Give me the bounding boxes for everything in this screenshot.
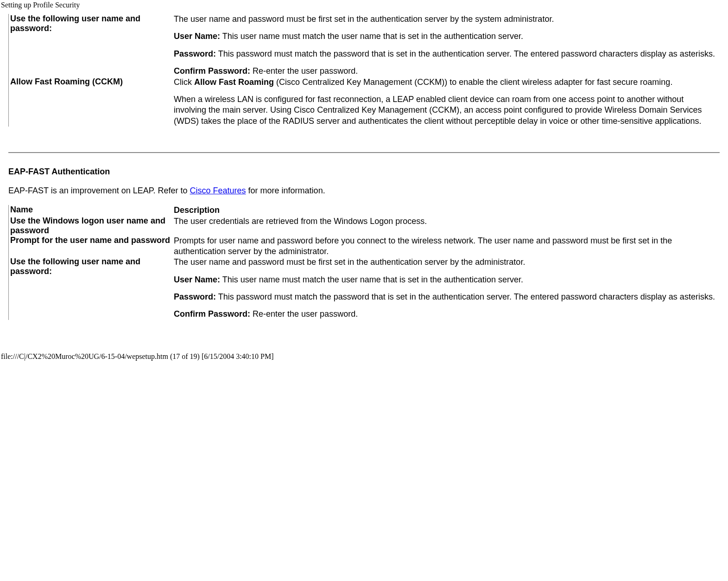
- description-cell: Click Allow Fast Roaming (Cisco Centrali…: [174, 77, 720, 127]
- table-row: Prompt for the user name and passwordPro…: [9, 236, 720, 257]
- description-text: (Cisco Centralized Key Management (CCKM)…: [274, 77, 672, 87]
- cisco-features-link[interactable]: Cisco Features: [190, 186, 246, 195]
- field-text: Re-enter the user password.: [250, 309, 358, 319]
- paragraph-gap: [174, 285, 718, 292]
- column-header-desc: Description: [174, 205, 720, 216]
- description-text: The user name and password must be first…: [174, 257, 525, 267]
- bold-term: Allow Fast Roaming: [194, 77, 274, 87]
- table-header-row: Name Description: [9, 205, 720, 216]
- top-options-table: Use the following user name and password…: [8, 14, 720, 127]
- description-cell: Prompts for user name and password befor…: [174, 236, 720, 257]
- field-text: This password must match the password th…: [216, 49, 715, 58]
- intro-text-after: for more information.: [246, 186, 325, 195]
- option-name: Allow Fast Roaming (CCKM): [9, 77, 174, 127]
- field-label: Password:: [174, 292, 216, 301]
- paragraph-gap: [174, 59, 718, 66]
- description-cell: The user name and password must be first…: [174, 14, 720, 77]
- description-cell: The user credentials are retrieved from …: [174, 216, 720, 236]
- divider: [8, 152, 720, 153]
- description-text: Click: [174, 77, 194, 87]
- intro-text-before: EAP-FAST is an improvement on LEAP. Refe…: [8, 186, 190, 195]
- column-header-name: Name: [9, 205, 174, 216]
- option-name: Use the Windows logon user name and pass…: [9, 216, 174, 236]
- field-text: Re-enter the user password.: [250, 66, 358, 76]
- field-label: Confirm Password:: [174, 309, 250, 319]
- field-label: Confirm Password:: [174, 66, 250, 76]
- eapfast-intro: EAP-FAST is an improvement on LEAP. Refe…: [8, 186, 720, 196]
- option-name: Use the following user name and password…: [9, 14, 174, 77]
- paragraph-gap: [174, 268, 718, 275]
- option-name: Use the following user name and password…: [9, 257, 174, 320]
- table-row: Allow Fast Roaming (CCKM)Click Allow Fas…: [9, 77, 720, 127]
- option-name: Prompt for the user name and password: [9, 236, 174, 257]
- field-text: This password must match the password th…: [216, 292, 715, 301]
- description-text: Prompts for user name and password befor…: [174, 236, 672, 256]
- field-label: User Name:: [174, 275, 220, 284]
- footer-path: file:///C|/CX2%20Muroc%20UG/6-15-04/weps…: [0, 352, 720, 361]
- field-text: This user name must match the user name …: [220, 32, 523, 41]
- field-label: Password:: [174, 49, 216, 58]
- description-text: The user name and password must be first…: [174, 14, 554, 24]
- page-title: Setting up Profile Security: [0, 1, 720, 9]
- table-row: Use the Windows logon user name and pass…: [9, 216, 720, 236]
- table-row: Use the following user name and password…: [9, 14, 720, 77]
- field-text: This user name must match the user name …: [220, 275, 523, 284]
- column-header-desc-text: Description: [174, 205, 220, 215]
- eapfast-options-table: Name Description Use the Windows logon u…: [8, 205, 720, 320]
- paragraph-gap: [174, 25, 718, 31]
- section-heading-eapfast: EAP-FAST Authentication: [8, 167, 720, 177]
- description-text: When a wireless LAN is configured for fa…: [174, 95, 702, 126]
- description-cell: The user name and password must be first…: [174, 257, 720, 320]
- paragraph-gap: [174, 42, 718, 49]
- paragraph-gap: [174, 302, 718, 309]
- field-label: User Name:: [174, 32, 220, 41]
- description-text: The user credentials are retrieved from …: [174, 217, 427, 226]
- table-row: Use the following user name and password…: [9, 257, 720, 320]
- paragraph-gap: [174, 88, 718, 94]
